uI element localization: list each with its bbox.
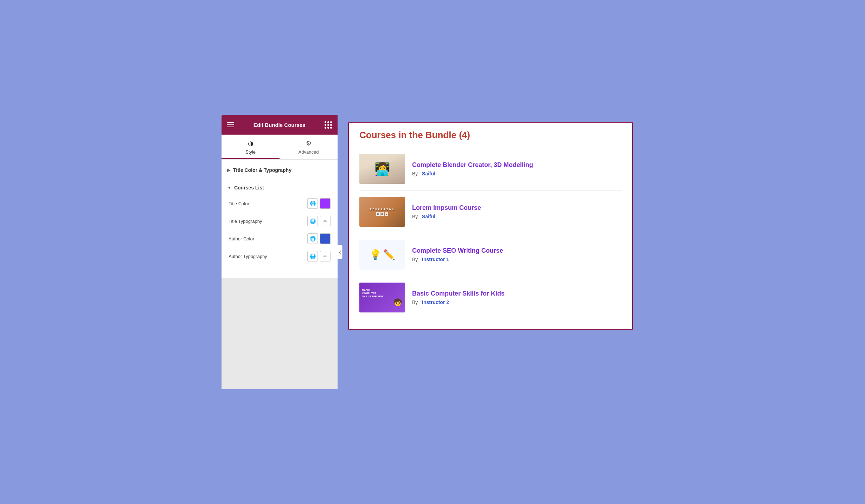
kids-thumbnail-text: BASICCOMPUTERSKILLS FOR KIDS — [362, 289, 383, 298]
sidebar-title: Edit Bundle Courses — [254, 122, 306, 128]
course-author-seo: By Instructor 1 — [412, 257, 622, 262]
title-color-swatch[interactable] — [320, 198, 331, 209]
sidebar-content: ▶ Title Color & Typography ▼ Courses Lis… — [222, 160, 338, 278]
author-color-controls: 🌐 — [307, 233, 331, 244]
courses-list-label: Courses List — [234, 185, 264, 190]
course-title-lorem[interactable]: Lorem Impsum Course — [412, 204, 622, 212]
author-color-row: Author Color 🌐 — [222, 230, 338, 247]
author-name-lorem[interactable]: Saiful — [422, 214, 435, 219]
course-item: BASICCOMPUTERSKILLS FOR KIDS 🧒 Basic Com… — [359, 276, 622, 319]
blender-thumbnail-img: 👩‍💻 — [359, 154, 405, 184]
author-prefix-seo: By — [412, 257, 418, 262]
hamburger-icon[interactable] — [227, 122, 234, 127]
author-name-blender[interactable]: Saiful — [422, 171, 435, 176]
course-info-seo: Complete SEO Writing Course By Instructo… — [412, 247, 622, 262]
education-thumbnail-img: EDUCATION E D U — [359, 197, 405, 227]
title-typography-label: Title Typography — [229, 219, 262, 224]
course-thumbnail-blender: 👩‍💻 — [359, 154, 405, 184]
course-author-lorem: By Saiful — [412, 214, 622, 219]
title-typography-pencil-button[interactable]: ✏ — [320, 216, 331, 226]
author-typography-globe-button[interactable]: 🌐 — [307, 251, 318, 261]
course-title-seo[interactable]: Complete SEO Writing Course — [412, 247, 622, 254]
course-item: 💡 ✏️ Complete SEO Writing Course By Inst… — [359, 233, 622, 276]
author-typography-pencil-button[interactable]: ✏ — [320, 251, 331, 261]
course-item: EDUCATION E D U Lorem Impsum Course By — [359, 190, 622, 233]
course-thumbnail-kids: BASICCOMPUTERSKILLS FOR KIDS 🧒 — [359, 283, 405, 312]
courses-list-section: ▼ Courses List Title Color 🌐 Title Typog… — [222, 177, 338, 269]
author-prefix-blender: By — [412, 171, 418, 176]
author-prefix-kids: By — [412, 299, 418, 305]
course-author-blender: By Saiful — [412, 171, 622, 176]
author-name-kids[interactable]: Instructor 2 — [422, 299, 449, 305]
course-title-blender[interactable]: Complete Blender Creator, 3D Modelling — [412, 161, 622, 169]
title-color-row: Title Color 🌐 — [222, 195, 338, 212]
title-typography-globe-button[interactable]: 🌐 — [307, 216, 318, 226]
author-typography-label: Author Typography — [229, 254, 267, 259]
chevron-down-icon: ▼ — [227, 185, 231, 190]
sidebar: Edit Bundle Courses ◑ Style ⚙ Advanced ▶ — [222, 115, 338, 389]
title-color-globe-button[interactable]: 🌐 — [307, 198, 318, 209]
title-typography-row: Title Typography 🌐 ✏ — [222, 212, 338, 230]
author-color-swatch[interactable] — [320, 233, 331, 244]
course-thumbnail-lorem: EDUCATION E D U — [359, 197, 405, 227]
education-label: EDUCATION — [370, 208, 395, 211]
education-blocks: E D U — [376, 212, 388, 216]
sidebar-header: Edit Bundle Courses — [222, 115, 338, 135]
course-info-kids: Basic Computer Skills for Kids By Instru… — [412, 290, 622, 305]
title-color-typography-label: Title Color & Typography — [233, 167, 291, 173]
course-info-blender: Complete Blender Creator, 3D Modelling B… — [412, 161, 622, 176]
courses-list: 👩‍💻 Complete Blender Creator, 3D Modelli… — [359, 148, 622, 319]
seo-thumbnail-img: 💡 ✏️ — [359, 240, 405, 270]
kids-thumbnail-img: BASICCOMPUTERSKILLS FOR KIDS 🧒 — [359, 283, 405, 312]
tab-style-label: Style — [245, 149, 256, 155]
style-icon: ◑ — [248, 140, 254, 147]
title-color-controls: 🌐 — [307, 198, 331, 209]
author-name-seo[interactable]: Instructor 1 — [422, 257, 449, 262]
collapse-sidebar-button[interactable]: ❮ — [338, 245, 342, 259]
author-typography-controls: 🌐 ✏ — [307, 251, 331, 261]
author-color-globe-button[interactable]: 🌐 — [307, 233, 318, 244]
bundle-title: Courses in the Bundle (4) — [359, 130, 622, 141]
course-item: 👩‍💻 Complete Blender Creator, 3D Modelli… — [359, 148, 622, 190]
course-author-kids: By Instructor 2 — [412, 299, 622, 305]
author-prefix-lorem: By — [412, 214, 418, 219]
kids-figure-icon: 🧒 — [393, 298, 402, 306]
seo-icon: 💡 — [369, 249, 382, 260]
edu-block: D — [380, 212, 384, 216]
grid-icon[interactable] — [325, 121, 332, 129]
tab-advanced-label: Advanced — [299, 149, 319, 155]
author-typography-row: Author Typography 🌐 ✏ — [222, 247, 338, 265]
chevron-right-icon: ▶ — [227, 168, 230, 173]
course-title-kids[interactable]: Basic Computer Skills for Kids — [412, 290, 622, 297]
tab-style[interactable]: ◑ Style — [222, 135, 280, 159]
seo-education-icon: ✏️ — [383, 249, 395, 260]
sidebar-tabs: ◑ Style ⚙ Advanced — [222, 135, 338, 160]
edu-block: U — [385, 212, 388, 216]
course-thumbnail-seo: 💡 ✏️ — [359, 240, 405, 270]
sidebar-bottom — [222, 278, 338, 389]
content-panel: Courses in the Bundle (4) 👩‍💻 Complete B… — [348, 122, 633, 330]
blender-figure-icon: 👩‍💻 — [374, 162, 390, 176]
tab-advanced[interactable]: ⚙ Advanced — [280, 135, 338, 159]
courses-list-header[interactable]: ▼ Courses List — [222, 181, 338, 195]
advanced-icon: ⚙ — [306, 140, 312, 147]
course-info-lorem: Lorem Impsum Course By Saiful — [412, 204, 622, 219]
title-color-label: Title Color — [229, 201, 249, 206]
title-color-typography-section[interactable]: ▶ Title Color & Typography — [222, 163, 338, 177]
author-color-label: Author Color — [229, 236, 254, 241]
main-content: Courses in the Bundle (4) 👩‍💻 Complete B… — [338, 115, 643, 389]
title-typography-controls: 🌐 ✏ — [307, 216, 331, 226]
edu-block: E — [376, 212, 380, 216]
